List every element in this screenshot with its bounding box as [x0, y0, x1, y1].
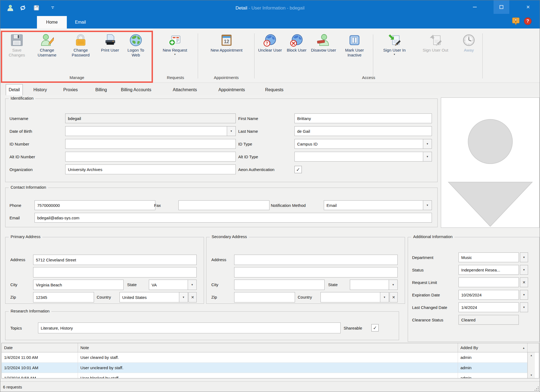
chevron-down-icon[interactable]: ▼: [423, 201, 432, 210]
padlock-icon: [74, 33, 87, 47]
feedback-pin-icon[interactable]: [512, 17, 520, 25]
chevron-down-icon[interactable]: ▼: [227, 127, 236, 136]
chevron-down-icon[interactable]: ▼: [423, 152, 432, 161]
new-request-button[interactable]: New Request ▼: [155, 33, 195, 76]
block-user-button[interactable]: Block User: [284, 33, 309, 76]
mark-user-inactive-button[interactable]: Mark User Inactive: [338, 33, 371, 76]
sign-user-out-button[interactable]: Sign User Out: [415, 33, 456, 76]
chevron-down-icon[interactable]: ▼: [188, 280, 196, 290]
address1-field[interactable]: [234, 255, 398, 265]
zip-field[interactable]: 12345: [33, 292, 94, 302]
date-of-birth-select[interactable]: ▼: [65, 126, 236, 136]
group-divider: [254, 33, 255, 78]
tab-appointments[interactable]: Appointments: [216, 84, 248, 95]
state-select[interactable]: VA▼: [149, 280, 197, 290]
ribbon-tab-email[interactable]: Email: [68, 16, 93, 29]
shareable-checkbox[interactable]: ✓: [371, 324, 379, 331]
city-field[interactable]: Virginia Beach: [33, 280, 124, 290]
chevron-down-icon[interactable]: ▼: [520, 265, 528, 275]
tab-billing[interactable]: Billing: [93, 84, 110, 95]
notification-method-select[interactable]: Email▼: [324, 200, 432, 210]
change-username-button[interactable]: Change Username: [31, 33, 63, 76]
tab-billing-accounts[interactable]: Billing Accounts: [118, 84, 154, 95]
tab-attachments[interactable]: Attachments: [170, 84, 200, 95]
alt-id-type-select[interactable]: ▼: [294, 152, 432, 162]
fax-field[interactable]: [178, 200, 269, 210]
column-header-note[interactable]: Note: [78, 343, 458, 352]
save-changes-button[interactable]: Save Changes: [4, 33, 30, 76]
resize-grip[interactable]: [534, 386, 539, 391]
tab-proxies[interactable]: Proxies: [61, 84, 80, 95]
address1-field[interactable]: 5712 Cleveland Street: [33, 255, 197, 265]
vertical-scrollbar[interactable]: ▲ ▼: [528, 352, 535, 378]
minimize-button[interactable]: [467, 0, 483, 14]
svg-text:?: ?: [266, 41, 268, 46]
scroll-up-icon[interactable]: ▲: [528, 352, 535, 358]
column-header-date[interactable]: Date: [2, 343, 78, 352]
new-appointment-button[interactable]: 12 New Appointment: [200, 33, 253, 76]
print-user-button[interactable]: Print User: [99, 33, 121, 76]
address2-field[interactable]: [234, 267, 398, 277]
away-button[interactable]: Away: [457, 33, 481, 76]
scroll-down-icon[interactable]: ▼: [528, 372, 535, 378]
alt-id-number-field[interactable]: [65, 152, 236, 162]
clearance-status-field[interactable]: Cleared: [459, 315, 519, 325]
chevron-down-icon[interactable]: ▼: [520, 302, 528, 312]
clock-icon: [462, 33, 476, 47]
chevron-down-icon[interactable]: ▼: [179, 292, 188, 302]
id-type-select[interactable]: Campus ID▼: [294, 139, 432, 149]
clear-icon[interactable]: ✕: [390, 292, 398, 302]
status-select[interactable]: Independent Resea...: [459, 265, 519, 275]
sign-user-in-button[interactable]: Sign User In ▼: [376, 33, 413, 76]
chevron-down-icon[interactable]: ▼: [520, 290, 528, 300]
last-name-field[interactable]: de Gail: [294, 126, 432, 136]
phone-field[interactable]: 7570000000: [34, 200, 155, 210]
disavow-user-button[interactable]: Disavow User: [310, 33, 337, 76]
city-field[interactable]: [234, 280, 325, 290]
clear-icon[interactable]: ✕: [189, 292, 197, 302]
tab-detail[interactable]: Detail: [6, 84, 23, 95]
username-field[interactable]: bdegail: [65, 113, 236, 123]
group-label-manage: Manage: [1, 75, 153, 81]
state-select[interactable]: ▼: [350, 280, 398, 290]
request-limit-field[interactable]: [459, 277, 519, 287]
email-field[interactable]: bdegail@atlas-sys.com: [34, 213, 432, 223]
first-name-field[interactable]: Brittany: [294, 113, 432, 123]
maximize-button[interactable]: [494, 0, 509, 14]
help-icon[interactable]: ?: [524, 17, 532, 25]
title-bar: ▼ Detail - User Information - bdegail ✕: [0, 0, 540, 16]
table-row[interactable]: 1/2/2024 9:58 AM User blocked by staff. …: [2, 373, 528, 378]
table-row[interactable]: 1/2/2024 10:01 AM User uncleared by staf…: [2, 363, 528, 373]
chevron-down-icon[interactable]: ▼: [520, 252, 528, 262]
user-photo-placeholder[interactable]: [441, 97, 539, 228]
tab-history[interactable]: History: [31, 84, 50, 95]
clear-icon[interactable]: ✕: [520, 277, 528, 287]
department-select[interactable]: Music: [459, 252, 519, 262]
close-button[interactable]: ✕: [520, 0, 536, 14]
topics-field[interactable]: Literature, History: [38, 323, 341, 333]
country-select[interactable]: United States▼: [120, 292, 188, 302]
notes-grid: Date Note Added By▲ 1/4/2024 11:00 AM Us…: [1, 343, 539, 378]
country-select[interactable]: ▼: [321, 292, 389, 302]
last-changed-date-select[interactable]: 1/4/2024: [459, 302, 519, 312]
address2-field[interactable]: [33, 267, 197, 277]
aeon-authentication-checkbox[interactable]: ✓: [294, 166, 302, 173]
logon-to-web-button[interactable]: Logon To Web: [123, 33, 149, 76]
expiration-date-select[interactable]: 10/26/2024: [459, 290, 519, 300]
ribbon-tab-home[interactable]: Home: [37, 16, 67, 29]
unclear-user-button[interactable]: ? Unclear User: [257, 33, 283, 76]
minimize-icon: [473, 7, 477, 7]
id-number-field[interactable]: [65, 139, 236, 149]
floppy-icon: [10, 33, 24, 47]
change-password-button[interactable]: Change Password: [64, 33, 97, 76]
table-row[interactable]: 1/4/2024 11:00 AM User cleared by staff.…: [2, 352, 528, 363]
chevron-down-icon[interactable]: ▼: [389, 280, 397, 290]
chevron-down-icon[interactable]: ▼: [380, 292, 389, 302]
zip-field[interactable]: [234, 292, 295, 302]
status-text: 6 requests: [3, 385, 22, 389]
group-label-requests: Requests: [154, 75, 197, 81]
column-header-added-by[interactable]: Added By▲: [458, 343, 528, 352]
tab-requests[interactable]: Requests: [262, 84, 286, 95]
chevron-down-icon[interactable]: ▼: [423, 139, 432, 148]
organization-field[interactable]: University Archives: [65, 165, 236, 174]
